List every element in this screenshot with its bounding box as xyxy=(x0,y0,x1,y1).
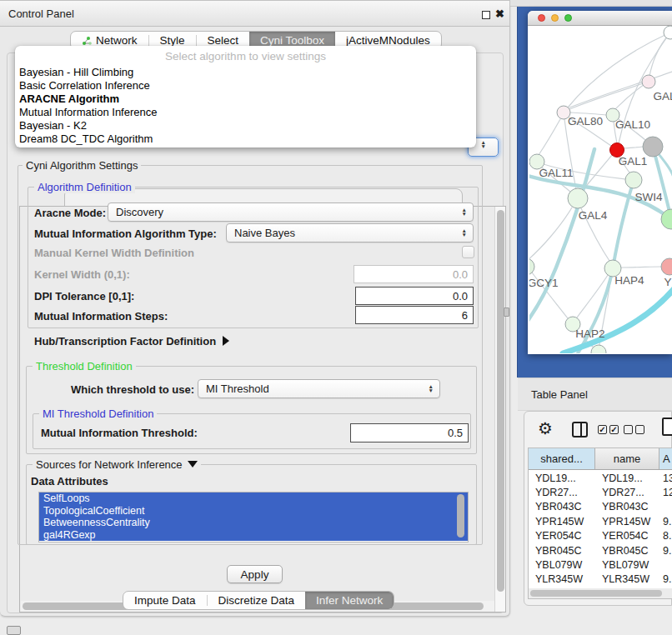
table-cell: 9. xyxy=(659,545,672,557)
table-row[interactable]: YER054CYER054C8. xyxy=(529,529,672,543)
network-node-gal[interactable] xyxy=(642,75,655,88)
table-row[interactable]: YBR043CYBR043C xyxy=(529,500,672,514)
data-attributes-list[interactable]: SelfLoopsTopologicalCoefficientBetweenne… xyxy=(38,492,469,542)
network-node-label: GAL80 xyxy=(568,115,603,128)
network-node-label: GAL11 xyxy=(539,167,573,179)
gear-icon[interactable]: ⚙ xyxy=(538,418,553,438)
checkbox-unchecked-icon[interactable] xyxy=(624,425,633,434)
float-panel-icon[interactable] xyxy=(482,11,490,19)
checkbox-unchecked-icon[interactable] xyxy=(635,425,644,434)
network-node[interactable] xyxy=(625,172,642,188)
collapsed-panel-icon[interactable] xyxy=(7,626,21,635)
table-hscrollbar[interactable] xyxy=(529,588,672,598)
network-node-gcy1[interactable] xyxy=(529,258,534,275)
table-cell: YDR27... xyxy=(595,487,659,498)
columns-icon[interactable] xyxy=(572,422,588,438)
table-cell: 12 xyxy=(659,487,672,498)
network-edge xyxy=(624,147,643,148)
tab-label: Select xyxy=(208,34,239,47)
column-header-name[interactable]: name xyxy=(595,448,659,469)
attribute-item-selfloops[interactable]: SelfLoops xyxy=(39,492,468,505)
popup-item-mutual-information-inference[interactable]: Mutual Information Inference xyxy=(19,106,157,119)
algorithm-definition-title: Algorithm Definition xyxy=(34,181,135,193)
attribute-item-topologicalcoefficient[interactable]: TopologicalCoefficient xyxy=(39,505,468,518)
mi-steps-value: 6 xyxy=(462,309,468,322)
table-row[interactable]: YPR145WYPR145W9. xyxy=(529,514,672,528)
table-row[interactable]: YDR27...YDR27...12 xyxy=(529,485,672,499)
attributes-list-scrollbar[interactable] xyxy=(457,494,464,538)
table-row[interactable]: YBL079WYBL079W xyxy=(529,558,672,572)
table-cell: YBR045C xyxy=(595,545,659,557)
combo-spinner-icon: ▲▼ xyxy=(462,229,467,237)
network-icon xyxy=(82,36,92,46)
splitpane-divider-handle[interactable] xyxy=(504,308,509,317)
bottom-tab-infer-network[interactable]: Infer Network xyxy=(305,592,394,609)
mi-steps-field[interactable]: 6 xyxy=(355,306,474,324)
which-threshold-value: MI Threshold xyxy=(206,382,269,395)
network-node[interactable] xyxy=(643,137,663,157)
data-attributes-label: Data Attributes xyxy=(31,475,108,488)
dpi-tolerance-field[interactable]: 0.0 xyxy=(355,287,474,305)
mi-algorithm-type-combo[interactable]: Naive Bayes ▲▼ xyxy=(226,223,474,242)
popup-item-basic-correlation-inference[interactable]: Basic Correlation Inference xyxy=(19,79,150,92)
apply-button[interactable]: Apply xyxy=(227,565,283,583)
aracne-mode-combo[interactable]: Discovery ▲▼ xyxy=(108,202,474,222)
network-node-y[interactable] xyxy=(661,258,672,275)
table-panel-titlebar[interactable]: Table Panel xyxy=(518,378,672,411)
mi-threshold-group-title: MI Threshold Definition xyxy=(39,408,157,420)
window-close-icon[interactable] xyxy=(538,14,545,22)
bottom-tab-impute-data[interactable]: Impute Data xyxy=(123,592,207,609)
apply-button-label: Apply xyxy=(241,568,269,581)
popup-item-aracne-algorithm[interactable]: ARACNE Algorithm xyxy=(19,92,119,106)
network-node[interactable] xyxy=(591,345,606,353)
tab-label: Cyni Toolbox xyxy=(260,34,324,47)
table-cell: YDL19... xyxy=(595,472,659,484)
control-panel-window: Control Panel ✖ NetworkStyleSelectCyni T… xyxy=(0,0,510,617)
hub-definition-label: Hub/Transcription Factor Definition xyxy=(34,335,216,348)
close-panel-icon[interactable]: ✖ xyxy=(495,8,504,20)
control-panel-titlebar[interactable]: Control Panel ✖ xyxy=(0,1,509,27)
window-zoom-icon[interactable] xyxy=(564,14,572,22)
checkbox-checked-icon[interactable]: ✓ xyxy=(609,425,619,434)
column-header-shared-name[interactable]: shared... xyxy=(529,448,595,469)
hub-definition-toggle[interactable]: Hub/Transcription Factor Definition xyxy=(34,335,229,348)
network-window-titlebar[interactable] xyxy=(528,11,672,26)
settings-vscrollbar-thumb[interactable] xyxy=(497,210,504,592)
window-minimize-icon[interactable] xyxy=(551,14,559,22)
table-row[interactable]: YLR345WYLR345W9. xyxy=(529,572,672,587)
kernel-width-field[interactable]: 0.0 xyxy=(354,265,474,283)
screenshot-root: Control Panel ✖ NetworkStyleSelectCyni T… xyxy=(0,0,672,635)
sources-group-toggle[interactable]: Sources for Network Inference xyxy=(33,458,201,471)
table-hscrollbar-thumb[interactable] xyxy=(530,590,662,597)
column-header-partial[interactable]: A xyxy=(659,448,672,469)
network-node-label: GAL4 xyxy=(579,209,608,222)
network-view-window: GALGAL80GAL10GAL1GAL11GAL4SWI4HAP4YGCY1H… xyxy=(528,11,672,354)
table-panel-container: ⚙ ✓ ✓ shared... name A YDL19...YDL19...1… xyxy=(524,411,672,606)
dpi-tolerance-label: DPI Tolerance [0,1]: xyxy=(34,290,134,302)
checkbox-checked-icon[interactable]: ✓ xyxy=(598,425,607,434)
right-toolbar-strip xyxy=(510,0,672,7)
attribute-item-gal4rgexp[interactable]: gal4RGexp xyxy=(39,529,468,542)
popup-item-dream8-dc-tdc-algorithm[interactable]: Dream8 DC_TDC Algorithm xyxy=(19,132,153,146)
popup-item-bayesian-k2[interactable]: Bayesian - K2 xyxy=(19,119,87,132)
network-node-gal4[interactable] xyxy=(568,188,588,208)
tab-label: Impute Data xyxy=(134,594,196,607)
which-threshold-combo[interactable]: MI Threshold ▲▼ xyxy=(198,379,440,398)
table-row[interactable]: YBR045CYBR045C9. xyxy=(529,543,672,558)
network-node[interactable] xyxy=(664,26,672,39)
table-rows: YDL19...YDL19...13YDR27...YDR27...12YBR0… xyxy=(529,471,672,588)
table-cell: 9. xyxy=(659,573,672,585)
settings-vscrollbar[interactable] xyxy=(494,207,505,612)
bottom-tab-discretize-data[interactable]: Discretize Data xyxy=(208,592,306,609)
document-icon[interactable] xyxy=(662,418,672,436)
popup-item-bayesian-hill-climbing[interactable]: Bayesian - Hill Climbing xyxy=(19,66,133,79)
network-canvas[interactable]: GALGAL80GAL10GAL1GAL11GAL4SWI4HAP4YGCY1H… xyxy=(529,26,672,353)
mi-threshold-field[interactable]: 0.5 xyxy=(350,423,469,442)
manual-kernel-checkbox[interactable] xyxy=(462,246,474,258)
table-row[interactable]: YIL052CYIL052C9 xyxy=(529,587,672,588)
network-node-label: GCY1 xyxy=(529,277,558,289)
attribute-item-betweennesscentrality[interactable]: BetweennessCentrality xyxy=(39,517,468,529)
mi-threshold-value: 0.5 xyxy=(448,427,463,439)
table-cell: YLR345W xyxy=(529,573,595,585)
table-row[interactable]: YDL19...YDL19...13 xyxy=(529,471,672,485)
